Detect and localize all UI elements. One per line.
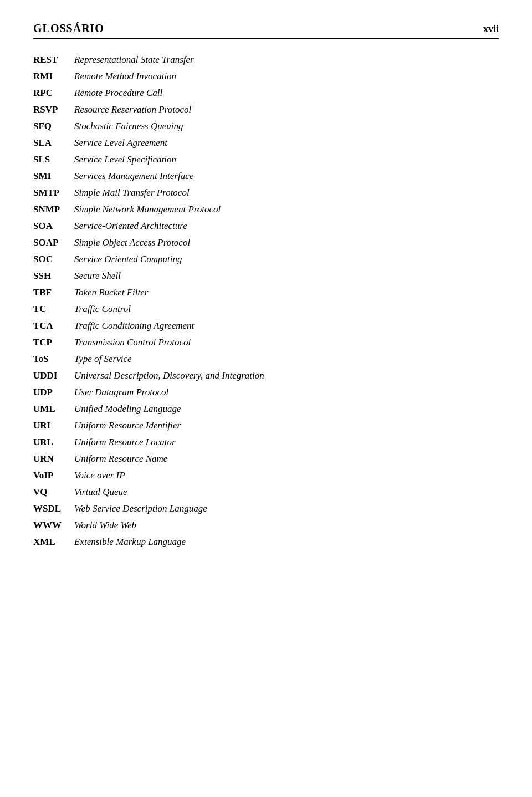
abbreviation: TCA bbox=[33, 320, 66, 331]
page-header: GLOSSÁRIO xvii bbox=[33, 22, 499, 39]
glossary-item: TCATraffic Conditioning Agreement bbox=[33, 320, 499, 331]
glossary-item: URIUniform Resource Identifier bbox=[33, 420, 499, 431]
definition: Service-Oriented Architecture bbox=[74, 221, 187, 232]
glossary-item: SLSService Level Specification bbox=[33, 154, 499, 165]
definition: Remote Method Invocation bbox=[74, 71, 176, 82]
glossary-item: TCTraffic Control bbox=[33, 304, 499, 315]
abbreviation: UML bbox=[33, 403, 66, 415]
glossary-item: RSVPResource Reservation Protocol bbox=[33, 104, 499, 115]
glossary-item: URLUniform Resource Locator bbox=[33, 437, 499, 448]
definition: World Wide Web bbox=[74, 520, 136, 531]
definition: Secure Shell bbox=[74, 270, 121, 282]
definition: Web Service Description Language bbox=[74, 503, 207, 514]
abbreviation: URN bbox=[33, 453, 66, 464]
definition: Unified Modeling Language bbox=[74, 403, 181, 415]
glossary-item: SOCService Oriented Computing bbox=[33, 254, 499, 265]
abbreviation: WWW bbox=[33, 520, 66, 531]
definition: Extensible Markup Language bbox=[74, 537, 186, 548]
definition: Uniform Resource Name bbox=[74, 453, 167, 464]
definition: Stochastic Fairness Queuing bbox=[74, 121, 183, 132]
abbreviation: RSVP bbox=[33, 104, 66, 115]
abbreviation: UDP bbox=[33, 387, 66, 398]
abbreviation: TBF bbox=[33, 287, 66, 298]
abbreviation: SSH bbox=[33, 270, 66, 282]
definition: Simple Network Management Protocol bbox=[74, 204, 221, 215]
glossary-item: SSHSecure Shell bbox=[33, 270, 499, 282]
glossary-item: WSDLWeb Service Description Language bbox=[33, 503, 499, 514]
definition: Service Level Agreement bbox=[74, 137, 167, 149]
glossary-item: XMLExtensible Markup Language bbox=[33, 537, 499, 548]
abbreviation: SFQ bbox=[33, 121, 66, 132]
glossary-item: SOAService-Oriented Architecture bbox=[33, 221, 499, 232]
abbreviation: RMI bbox=[33, 71, 66, 82]
definition: Voice over IP bbox=[74, 470, 125, 481]
abbreviation: TCP bbox=[33, 337, 66, 348]
definition: Representational State Transfer bbox=[74, 54, 194, 65]
page-number: xvii bbox=[483, 23, 499, 35]
abbreviation: WSDL bbox=[33, 503, 66, 514]
abbreviation: URL bbox=[33, 437, 66, 448]
abbreviation: SOA bbox=[33, 221, 66, 232]
glossary-item: ToSType of Service bbox=[33, 354, 499, 365]
page-title: GLOSSÁRIO bbox=[33, 22, 104, 35]
abbreviation: SNMP bbox=[33, 204, 66, 215]
abbreviation: UDDI bbox=[33, 370, 66, 381]
definition: User Datagram Protocol bbox=[74, 387, 168, 398]
glossary-item: UMLUnified Modeling Language bbox=[33, 403, 499, 415]
definition: Transmission Control Protocol bbox=[74, 337, 191, 348]
abbreviation: TC bbox=[33, 304, 66, 315]
glossary-item: RPCRemote Procedure Call bbox=[33, 88, 499, 99]
glossary-item: SOAPSimple Object Access Protocol bbox=[33, 237, 499, 248]
glossary-list: RESTRepresentational State TransferRMIRe… bbox=[33, 54, 499, 548]
definition: Uniform Resource Locator bbox=[74, 437, 176, 448]
glossary-item: RMIRemote Method Invocation bbox=[33, 71, 499, 82]
glossary-item: SLAService Level Agreement bbox=[33, 137, 499, 149]
definition: Uniform Resource Identifier bbox=[74, 420, 181, 431]
definition: Resource Reservation Protocol bbox=[74, 104, 191, 115]
glossary-item: SMIServices Management Interface bbox=[33, 171, 499, 182]
definition: Services Management Interface bbox=[74, 171, 193, 182]
definition: Service Level Specification bbox=[74, 154, 176, 165]
abbreviation: URI bbox=[33, 420, 66, 431]
definition: Simple Object Access Protocol bbox=[74, 237, 190, 248]
abbreviation: SLA bbox=[33, 137, 66, 149]
abbreviation: SOAP bbox=[33, 237, 66, 248]
glossary-item: TCPTransmission Control Protocol bbox=[33, 337, 499, 348]
definition: Virtual Queue bbox=[74, 487, 127, 498]
glossary-item: SFQStochastic Fairness Queuing bbox=[33, 121, 499, 132]
abbreviation: ToS bbox=[33, 354, 66, 365]
abbreviation: SOC bbox=[33, 254, 66, 265]
glossary-item: SMTPSimple Mail Transfer Protocol bbox=[33, 187, 499, 198]
abbreviation: REST bbox=[33, 54, 66, 65]
definition: Traffic Conditioning Agreement bbox=[74, 320, 194, 331]
glossary-item: SNMPSimple Network Management Protocol bbox=[33, 204, 499, 215]
glossary-item: URNUniform Resource Name bbox=[33, 453, 499, 464]
abbreviation: XML bbox=[33, 537, 66, 548]
abbreviation: RPC bbox=[33, 88, 66, 99]
abbreviation: SMI bbox=[33, 171, 66, 182]
glossary-item: WWWWorld Wide Web bbox=[33, 520, 499, 531]
abbreviation: SMTP bbox=[33, 187, 66, 198]
glossary-item: VQVirtual Queue bbox=[33, 487, 499, 498]
glossary-item: UDPUser Datagram Protocol bbox=[33, 387, 499, 398]
glossary-item: RESTRepresentational State Transfer bbox=[33, 54, 499, 65]
abbreviation: VQ bbox=[33, 487, 66, 498]
definition: Type of Service bbox=[74, 354, 132, 365]
definition: Traffic Control bbox=[74, 304, 131, 315]
abbreviation: SLS bbox=[33, 154, 66, 165]
abbreviation: VoIP bbox=[33, 470, 66, 481]
definition: Simple Mail Transfer Protocol bbox=[74, 187, 190, 198]
definition: Token Bucket Filter bbox=[74, 287, 148, 298]
definition: Remote Procedure Call bbox=[74, 88, 162, 99]
definition: Service Oriented Computing bbox=[74, 254, 182, 265]
definition: Universal Description, Discovery, and In… bbox=[74, 370, 264, 381]
glossary-item: VoIPVoice over IP bbox=[33, 470, 499, 481]
glossary-item: UDDIUniversal Description, Discovery, an… bbox=[33, 370, 499, 381]
glossary-item: TBFToken Bucket Filter bbox=[33, 287, 499, 298]
